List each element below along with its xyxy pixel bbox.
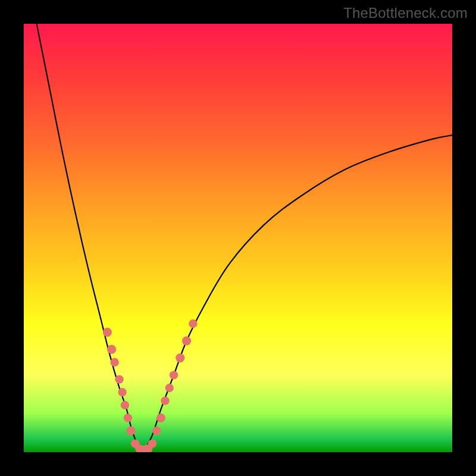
- curve-right-arm: [144, 135, 452, 452]
- bead-marker: [148, 439, 156, 447]
- plot-area: [24, 24, 452, 452]
- chart-stage: TheBottleneck.com: [0, 0, 476, 476]
- curve-beads: [103, 320, 198, 452]
- bead-marker: [124, 414, 132, 422]
- bead-marker: [139, 446, 149, 452]
- bead-marker: [103, 328, 112, 337]
- bead-marker: [126, 426, 135, 435]
- bead-marker: [110, 358, 118, 367]
- bead-marker: [143, 444, 152, 452]
- bead-marker: [170, 371, 178, 379]
- bead-marker: [176, 353, 184, 362]
- bead-marker: [189, 320, 197, 328]
- bead-marker: [121, 401, 129, 409]
- watermark-text: TheBottleneck.com: [343, 5, 468, 21]
- curve-layer: [24, 24, 452, 452]
- bead-marker: [182, 336, 191, 345]
- bead-marker: [152, 427, 161, 435]
- bead-marker: [135, 444, 143, 452]
- bead-marker: [161, 396, 169, 405]
- bead-marker: [107, 345, 116, 354]
- bead-marker: [156, 414, 165, 422]
- bead-marker: [115, 375, 123, 383]
- bead-marker: [131, 439, 139, 447]
- bead-marker: [118, 388, 126, 396]
- curve-left-arm: [37, 24, 144, 452]
- bead-marker: [165, 384, 174, 392]
